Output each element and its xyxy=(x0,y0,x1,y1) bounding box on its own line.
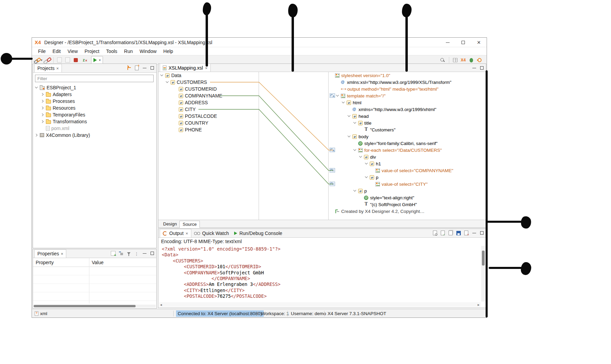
new-wizard-button[interactable] xyxy=(134,65,139,71)
tab-quick-watch[interactable]: Quick Watch xyxy=(191,229,232,237)
horizontal-scrollbar[interactable] xyxy=(34,305,156,308)
xsl-node-template[interactable]: template match="/" xyxy=(329,92,486,99)
expand-arrow-icon[interactable] xyxy=(41,107,44,110)
tab-run-debug-console[interactable]: Run/Debug Console xyxy=(231,229,285,237)
expand-arrow-icon[interactable] xyxy=(41,100,44,103)
close-icon[interactable] xyxy=(61,251,64,256)
skip-breakpoints-button[interactable] xyxy=(80,56,88,64)
output-code[interactable]: <?xml version="1.0" encoding="ISO-8859-1… xyxy=(158,245,481,302)
expand-arrow-icon[interactable] xyxy=(35,134,38,137)
tree-item-transformations[interactable]: Transformations xyxy=(33,118,156,125)
menu-window[interactable]: Window xyxy=(136,49,160,54)
xsl-node-customers-text[interactable]: "Customers" xyxy=(329,126,486,133)
save-output-button[interactable] xyxy=(456,230,461,236)
source-node-companyname[interactable]: COMPANYNAME xyxy=(158,92,259,99)
expand-arrow-icon[interactable] xyxy=(160,74,163,77)
connect-server-button[interactable] xyxy=(34,56,42,64)
xsl-node-p-style[interactable]: style="text-align:right" xyxy=(329,194,486,201)
maximize-view-button[interactable] xyxy=(150,65,155,71)
maximize-view-button[interactable] xyxy=(479,230,485,236)
xsl-node-title[interactable]: title xyxy=(329,120,486,126)
tab-output[interactable]: Output xyxy=(160,229,191,237)
xsl-node-p1[interactable]: p xyxy=(329,174,486,181)
vertical-scrollbar[interactable] xyxy=(481,246,485,302)
horizontal-scrollbar[interactable]: ◂ ▸ xyxy=(159,302,481,307)
xsl-node-value-of-city[interactable]: value-of select="CITY" xyxy=(329,181,486,187)
tab-xslmapping[interactable]: XSLMapping.xsl xyxy=(160,63,211,72)
save-all-button[interactable] xyxy=(64,56,71,64)
minimize-view-button[interactable] xyxy=(142,65,147,71)
minimize-button[interactable] xyxy=(440,38,455,47)
xsl-node-div[interactable]: div xyxy=(329,153,486,160)
save-button[interactable] xyxy=(56,56,63,64)
table-row[interactable] xyxy=(33,267,156,275)
menu-edit[interactable]: Edit xyxy=(49,49,64,54)
search-button[interactable] xyxy=(439,56,446,64)
refresh-button[interactable] xyxy=(476,56,483,64)
tree-item-esbproject[interactable]: ESBProject_1 xyxy=(33,84,156,91)
close-button[interactable] xyxy=(471,38,487,47)
minimize-view-button[interactable] xyxy=(471,65,477,71)
table-row[interactable] xyxy=(33,284,156,292)
scroll-right-icon[interactable]: ▸ xyxy=(476,303,481,307)
tab-source[interactable]: Source xyxy=(179,221,199,228)
xsl-node-xmlns-xsl[interactable]: xmlns:xsl="http://www.w3.org/1999/XSL/Tr… xyxy=(329,79,486,86)
xsl-node-copyright-text[interactable]: "(c) SoftProject GmbH" xyxy=(329,201,486,208)
scrollbar-thumb[interactable] xyxy=(482,251,485,266)
menu-help[interactable]: Help xyxy=(160,49,177,54)
tree-item-pomxml[interactable]: pom.xml xyxy=(33,125,156,132)
mapping-anchor-icon[interactable] xyxy=(330,93,335,98)
xsl-node-p2[interactable]: p xyxy=(329,187,486,194)
table-row[interactable] xyxy=(33,275,156,284)
xsl-node-body-style[interactable]: style="font-family:Calibri, sans-serif" xyxy=(329,140,486,147)
source-node-customers[interactable]: CUSTOMERS xyxy=(158,79,259,86)
mapping-anchor-icon[interactable] xyxy=(330,168,335,172)
tab-properties[interactable]: Properties xyxy=(34,249,66,258)
xsl-node-body[interactable]: body xyxy=(329,133,486,140)
maximize-view-button[interactable] xyxy=(479,65,485,71)
expand-arrow-icon[interactable] xyxy=(348,115,351,118)
xsl-node-html[interactable]: html xyxy=(329,99,486,106)
expand-arrow-icon[interactable] xyxy=(348,135,351,138)
expand-arrow-icon[interactable] xyxy=(353,149,356,152)
source-node-postalcode[interactable]: POSTALCODE xyxy=(158,113,259,120)
menu-project[interactable]: Project xyxy=(81,49,103,54)
stop-process-button[interactable] xyxy=(72,56,80,64)
view-menu-button[interactable] xyxy=(134,251,139,256)
xsl-node-h1[interactable]: h1 xyxy=(329,160,486,167)
minimize-view-button[interactable] xyxy=(471,230,477,236)
filter-input[interactable] xyxy=(35,75,154,82)
expand-arrow-icon[interactable] xyxy=(365,176,368,179)
find-in-output-button[interactable] xyxy=(432,230,438,236)
maximize-button[interactable] xyxy=(455,38,471,47)
run-button[interactable] xyxy=(91,56,103,64)
expand-arrow-icon[interactable] xyxy=(353,122,356,125)
tab-projects[interactable]: Projects xyxy=(34,64,62,72)
column-header-value[interactable]: Value xyxy=(89,260,104,265)
copy-output-button[interactable] xyxy=(448,230,453,236)
tree-mode-button[interactable] xyxy=(118,251,124,256)
close-icon[interactable] xyxy=(56,66,59,71)
tree-item-resources[interactable]: Resources xyxy=(33,105,156,111)
expand-arrow-icon[interactable] xyxy=(41,93,44,96)
tree-item-x4common[interactable]: X4Common (Library) xyxy=(33,132,156,139)
expand-arrow-icon[interactable] xyxy=(365,162,368,165)
tab-design[interactable]: Design xyxy=(160,221,179,227)
source-node-address[interactable]: ADDRESS xyxy=(158,99,259,106)
menu-run[interactable]: Run xyxy=(121,49,136,54)
x4-perspective-button[interactable]: X4 xyxy=(459,56,467,64)
menu-tools[interactable]: Tools xyxy=(103,49,121,54)
open-perspective-button[interactable] xyxy=(451,56,459,64)
filter-properties-button[interactable] xyxy=(126,251,132,256)
mapping-anchor-icon[interactable] xyxy=(330,182,335,186)
tree-item-temporaryfiles[interactable]: TemporaryFiles xyxy=(33,111,156,118)
scrollbar-thumb[interactable] xyxy=(34,305,136,307)
expand-arrow-icon[interactable] xyxy=(35,86,38,89)
new-property-button[interactable] xyxy=(110,251,116,256)
disconnect-server-button[interactable] xyxy=(43,56,51,64)
xsl-node-head[interactable]: head xyxy=(329,113,486,120)
menu-view[interactable]: View xyxy=(64,49,81,54)
source-node-city[interactable]: CITY xyxy=(158,106,259,113)
expand-arrow-icon[interactable] xyxy=(166,81,169,84)
expand-arrow-icon[interactable] xyxy=(336,94,339,97)
